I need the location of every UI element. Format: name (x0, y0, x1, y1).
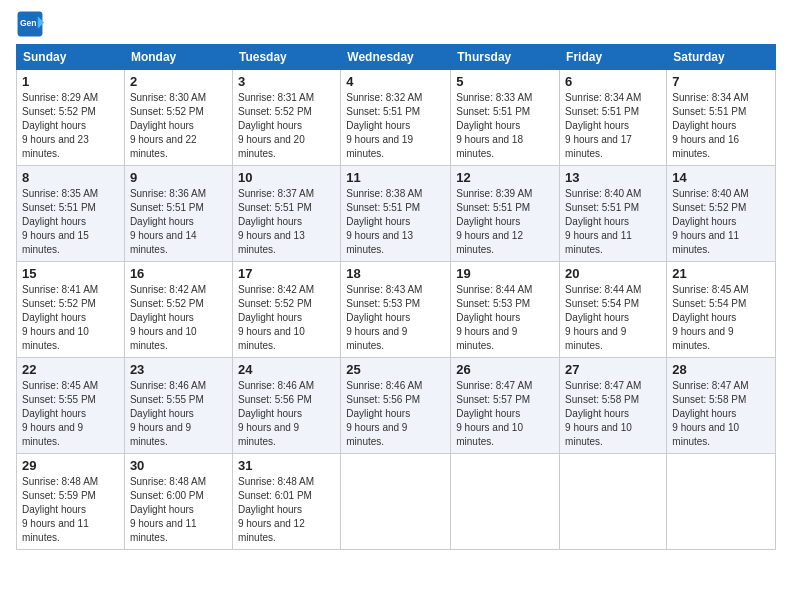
day-number: 18 (346, 266, 445, 281)
calendar-cell: 25Sunrise: 8:46 AMSunset: 5:56 PMDayligh… (341, 358, 451, 454)
day-number: 12 (456, 170, 554, 185)
day-info: Sunrise: 8:31 AMSunset: 5:52 PMDaylight … (238, 91, 335, 161)
calendar-week-row: 8Sunrise: 8:35 AMSunset: 5:51 PMDaylight… (17, 166, 776, 262)
header-day-tuesday: Tuesday (232, 45, 340, 70)
day-number: 19 (456, 266, 554, 281)
day-number: 30 (130, 458, 227, 473)
calendar-cell: 27Sunrise: 8:47 AMSunset: 5:58 PMDayligh… (560, 358, 667, 454)
day-info: Sunrise: 8:29 AMSunset: 5:52 PMDaylight … (22, 91, 119, 161)
day-number: 8 (22, 170, 119, 185)
calendar-cell: 8Sunrise: 8:35 AMSunset: 5:51 PMDaylight… (17, 166, 125, 262)
calendar-header-row: SundayMondayTuesdayWednesdayThursdayFrid… (17, 45, 776, 70)
calendar-cell: 21Sunrise: 8:45 AMSunset: 5:54 PMDayligh… (667, 262, 776, 358)
calendar-cell: 10Sunrise: 8:37 AMSunset: 5:51 PMDayligh… (232, 166, 340, 262)
header-day-wednesday: Wednesday (341, 45, 451, 70)
day-info: Sunrise: 8:44 AMSunset: 5:53 PMDaylight … (456, 283, 554, 353)
day-info: Sunrise: 8:42 AMSunset: 5:52 PMDaylight … (130, 283, 227, 353)
day-info: Sunrise: 8:40 AMSunset: 5:51 PMDaylight … (565, 187, 661, 257)
day-number: 31 (238, 458, 335, 473)
day-info: Sunrise: 8:48 AMSunset: 5:59 PMDaylight … (22, 475, 119, 545)
calendar-cell: 24Sunrise: 8:46 AMSunset: 5:56 PMDayligh… (232, 358, 340, 454)
day-info: Sunrise: 8:48 AMSunset: 6:01 PMDaylight … (238, 475, 335, 545)
day-number: 1 (22, 74, 119, 89)
logo-icon: Gen (16, 10, 44, 38)
day-info: Sunrise: 8:37 AMSunset: 5:51 PMDaylight … (238, 187, 335, 257)
day-number: 11 (346, 170, 445, 185)
calendar-cell: 29Sunrise: 8:48 AMSunset: 5:59 PMDayligh… (17, 454, 125, 550)
day-info: Sunrise: 8:47 AMSunset: 5:58 PMDaylight … (672, 379, 770, 449)
calendar-cell: 15Sunrise: 8:41 AMSunset: 5:52 PMDayligh… (17, 262, 125, 358)
calendar-cell: 20Sunrise: 8:44 AMSunset: 5:54 PMDayligh… (560, 262, 667, 358)
calendar-cell: 7Sunrise: 8:34 AMSunset: 5:51 PMDaylight… (667, 70, 776, 166)
day-info: Sunrise: 8:32 AMSunset: 5:51 PMDaylight … (346, 91, 445, 161)
calendar-week-row: 15Sunrise: 8:41 AMSunset: 5:52 PMDayligh… (17, 262, 776, 358)
day-number: 29 (22, 458, 119, 473)
day-info: Sunrise: 8:48 AMSunset: 6:00 PMDaylight … (130, 475, 227, 545)
calendar-cell (341, 454, 451, 550)
day-number: 21 (672, 266, 770, 281)
calendar-page: Gen SundayMondayTuesdayWednesdayThursday… (0, 0, 792, 612)
header-day-saturday: Saturday (667, 45, 776, 70)
day-info: Sunrise: 8:41 AMSunset: 5:52 PMDaylight … (22, 283, 119, 353)
day-number: 24 (238, 362, 335, 377)
calendar-cell: 12Sunrise: 8:39 AMSunset: 5:51 PMDayligh… (451, 166, 560, 262)
day-info: Sunrise: 8:46 AMSunset: 5:56 PMDaylight … (238, 379, 335, 449)
day-info: Sunrise: 8:47 AMSunset: 5:57 PMDaylight … (456, 379, 554, 449)
day-number: 27 (565, 362, 661, 377)
day-info: Sunrise: 8:39 AMSunset: 5:51 PMDaylight … (456, 187, 554, 257)
calendar-cell: 31Sunrise: 8:48 AMSunset: 6:01 PMDayligh… (232, 454, 340, 550)
header-day-monday: Monday (124, 45, 232, 70)
day-info: Sunrise: 8:34 AMSunset: 5:51 PMDaylight … (565, 91, 661, 161)
calendar-week-row: 29Sunrise: 8:48 AMSunset: 5:59 PMDayligh… (17, 454, 776, 550)
calendar-cell: 26Sunrise: 8:47 AMSunset: 5:57 PMDayligh… (451, 358, 560, 454)
calendar-cell: 17Sunrise: 8:42 AMSunset: 5:52 PMDayligh… (232, 262, 340, 358)
calendar-cell (667, 454, 776, 550)
calendar-cell: 4Sunrise: 8:32 AMSunset: 5:51 PMDaylight… (341, 70, 451, 166)
calendar-cell: 13Sunrise: 8:40 AMSunset: 5:51 PMDayligh… (560, 166, 667, 262)
header-area: Gen (16, 10, 776, 38)
header-day-thursday: Thursday (451, 45, 560, 70)
day-number: 16 (130, 266, 227, 281)
calendar-cell: 1Sunrise: 8:29 AMSunset: 5:52 PMDaylight… (17, 70, 125, 166)
day-info: Sunrise: 8:45 AMSunset: 5:54 PMDaylight … (672, 283, 770, 353)
calendar-cell: 19Sunrise: 8:44 AMSunset: 5:53 PMDayligh… (451, 262, 560, 358)
calendar-cell: 30Sunrise: 8:48 AMSunset: 6:00 PMDayligh… (124, 454, 232, 550)
day-number: 20 (565, 266, 661, 281)
day-number: 17 (238, 266, 335, 281)
calendar-cell: 23Sunrise: 8:46 AMSunset: 5:55 PMDayligh… (124, 358, 232, 454)
day-info: Sunrise: 8:45 AMSunset: 5:55 PMDaylight … (22, 379, 119, 449)
day-info: Sunrise: 8:46 AMSunset: 5:56 PMDaylight … (346, 379, 445, 449)
day-number: 10 (238, 170, 335, 185)
calendar-cell (560, 454, 667, 550)
day-number: 13 (565, 170, 661, 185)
day-number: 6 (565, 74, 661, 89)
day-info: Sunrise: 8:47 AMSunset: 5:58 PMDaylight … (565, 379, 661, 449)
day-number: 14 (672, 170, 770, 185)
day-number: 15 (22, 266, 119, 281)
day-number: 2 (130, 74, 227, 89)
day-info: Sunrise: 8:38 AMSunset: 5:51 PMDaylight … (346, 187, 445, 257)
day-info: Sunrise: 8:40 AMSunset: 5:52 PMDaylight … (672, 187, 770, 257)
day-number: 4 (346, 74, 445, 89)
day-info: Sunrise: 8:44 AMSunset: 5:54 PMDaylight … (565, 283, 661, 353)
day-number: 25 (346, 362, 445, 377)
day-info: Sunrise: 8:35 AMSunset: 5:51 PMDaylight … (22, 187, 119, 257)
svg-text:Gen: Gen (20, 18, 37, 28)
calendar-cell: 6Sunrise: 8:34 AMSunset: 5:51 PMDaylight… (560, 70, 667, 166)
logo: Gen (16, 10, 48, 38)
calendar-cell: 18Sunrise: 8:43 AMSunset: 5:53 PMDayligh… (341, 262, 451, 358)
header-day-sunday: Sunday (17, 45, 125, 70)
day-number: 5 (456, 74, 554, 89)
calendar-table: SundayMondayTuesdayWednesdayThursdayFrid… (16, 44, 776, 550)
day-number: 9 (130, 170, 227, 185)
header-day-friday: Friday (560, 45, 667, 70)
day-info: Sunrise: 8:46 AMSunset: 5:55 PMDaylight … (130, 379, 227, 449)
calendar-cell: 5Sunrise: 8:33 AMSunset: 5:51 PMDaylight… (451, 70, 560, 166)
day-number: 3 (238, 74, 335, 89)
calendar-cell: 11Sunrise: 8:38 AMSunset: 5:51 PMDayligh… (341, 166, 451, 262)
day-info: Sunrise: 8:36 AMSunset: 5:51 PMDaylight … (130, 187, 227, 257)
day-info: Sunrise: 8:43 AMSunset: 5:53 PMDaylight … (346, 283, 445, 353)
day-info: Sunrise: 8:33 AMSunset: 5:51 PMDaylight … (456, 91, 554, 161)
day-number: 7 (672, 74, 770, 89)
day-number: 23 (130, 362, 227, 377)
